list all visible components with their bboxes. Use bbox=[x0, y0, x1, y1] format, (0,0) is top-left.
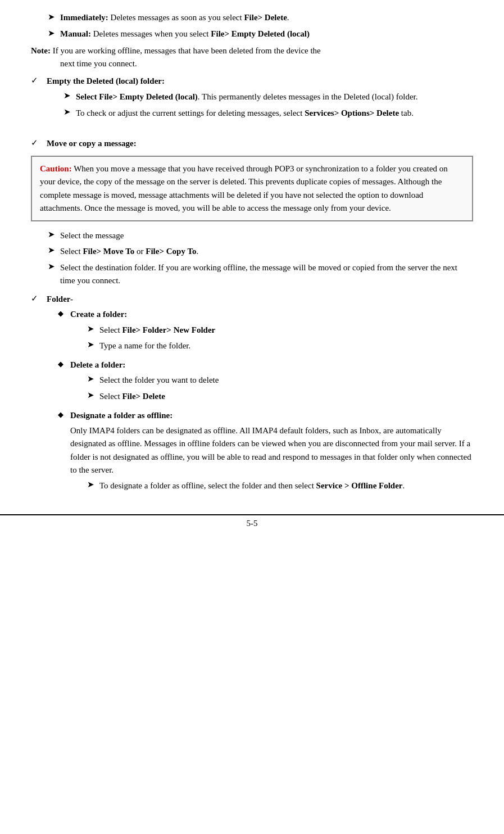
immediately-label: Immediately: bbox=[60, 13, 108, 22]
note-text: If you are working offline, messages tha… bbox=[51, 46, 321, 55]
arrow-icon: ➤ bbox=[87, 479, 99, 489]
diamond-icon: ◆ bbox=[58, 309, 70, 318]
checkmark-icon: ✓ bbox=[31, 75, 47, 85]
folder-item: ✓ Folder- ◆ Create a folder: ➤ Select Fi… bbox=[31, 293, 473, 498]
designate-sub-text: To designate a folder as offline, select… bbox=[99, 481, 316, 490]
arrow-icon: ➤ bbox=[87, 339, 99, 350]
arrow-icon: ➤ bbox=[48, 28, 60, 38]
create-folder-item: ◆ Create a folder: ➤ Select File> Folder… bbox=[47, 308, 473, 355]
empty-sub2-end: tab. bbox=[399, 108, 414, 117]
arrow-icon: ➤ bbox=[48, 261, 60, 271]
move-sub2-end: . bbox=[197, 247, 199, 256]
create-sub1: ➤ Select File> Folder> New Folder bbox=[70, 324, 473, 337]
create-sub2-text: Type a name for the folder. bbox=[99, 339, 473, 352]
designate-sub-bold: Service > Offline Folder bbox=[316, 481, 403, 490]
delete-folder-item: ◆ Delete a folder: ➤ Select the folder y… bbox=[47, 359, 473, 406]
caution-body: When you move a message that you have re… bbox=[40, 164, 448, 212]
move-sub2-bold1: File> Move To bbox=[83, 247, 134, 256]
delete-sub1: ➤ Select the folder you want to delete bbox=[70, 374, 473, 387]
delete-folder-content: Delete a folder: ➤ Select the folder you… bbox=[70, 359, 473, 406]
create-folder-content: Create a folder: ➤ Select File> Folder> … bbox=[70, 308, 473, 355]
designate-folder-item: ◆ Designate a folder as offline: Only IM… bbox=[47, 409, 473, 496]
empty-sub2-text: To check or adjust the current settings … bbox=[76, 108, 305, 117]
folder-content: Folder- ◆ Create a folder: ➤ Select File… bbox=[47, 293, 473, 498]
manual-label: Manual: bbox=[60, 29, 91, 38]
create-folder-label: Create a folder: bbox=[70, 310, 127, 319]
empty-sub1-bold: Select File> Empty Deleted (local) bbox=[76, 92, 198, 101]
manual-content: Manual: Deletes messages when you select… bbox=[60, 28, 473, 40]
move-sub3-content: Select the destination folder. If you ar… bbox=[60, 261, 473, 288]
caution-label: Caution: bbox=[40, 164, 72, 173]
manual-text: Deletes messages when you select bbox=[91, 29, 211, 38]
create-sub1-content: Select File> Folder> New Folder bbox=[99, 324, 473, 337]
arrow-icon: ➤ bbox=[87, 374, 99, 384]
empty-sub2-bold: Services> Options> Delete bbox=[305, 108, 399, 117]
move-sub3-text: Select the destination folder. If you ar… bbox=[60, 261, 473, 288]
delete-sub1-content: Select the folder you want to delete bbox=[99, 374, 473, 387]
designate-text: Only IMAP4 folders can be designated as … bbox=[70, 424, 473, 477]
manual-item: ➤ Manual: Deletes messages when you sele… bbox=[31, 28, 473, 40]
diamond-icon: ◆ bbox=[58, 360, 70, 369]
note-label: Note: bbox=[31, 46, 51, 55]
delete-folder-label: Delete a folder: bbox=[70, 360, 125, 369]
move-copy-content: Move or copy a message: bbox=[47, 137, 473, 150]
arrow-icon: ➤ bbox=[63, 107, 76, 117]
immediately-text: Deletes messages as soon as you select bbox=[108, 13, 244, 22]
checkmark-icon: ✓ bbox=[31, 138, 47, 148]
designate-sub-content: To designate a folder as offline, select… bbox=[99, 479, 473, 492]
delete-sub2: ➤ Select File> Delete bbox=[70, 390, 473, 403]
designate-label: Designate a folder as offline: bbox=[70, 411, 172, 420]
empty-sub1: ➤ Select File> Empty Deleted (local). Th… bbox=[47, 90, 473, 103]
arrow-icon: ➤ bbox=[63, 90, 76, 101]
diamond-icon: ◆ bbox=[58, 410, 70, 419]
move-sub2-mid: or bbox=[134, 247, 146, 256]
empty-deleted-item: ✓ Empty the Deleted (local) folder: ➤ Se… bbox=[31, 75, 473, 123]
empty-sub2: ➤ To check or adjust the current setting… bbox=[47, 107, 473, 120]
arrow-icon: ➤ bbox=[87, 324, 99, 334]
move-sub2-bold2: File> Copy To bbox=[146, 247, 196, 256]
move-sub2-content: Select File> Move To or File> Copy To. bbox=[60, 245, 473, 258]
empty-deleted-content: Empty the Deleted (local) folder: ➤ Sele… bbox=[47, 75, 473, 123]
page-content: ➤ Immediately: Deletes messages as soon … bbox=[0, 6, 504, 514]
manual-bold: File> Empty Deleted (local) bbox=[211, 29, 310, 38]
create-sub1-prefix: Select bbox=[99, 325, 122, 334]
folder-label: Folder- bbox=[47, 294, 73, 303]
caution-text: Caution: When you move a message that yo… bbox=[40, 162, 464, 215]
empty-sub1-text: . This permanently deletes messages in t… bbox=[198, 92, 418, 101]
checkmark-icon: ✓ bbox=[31, 293, 47, 303]
note-text2: next time you connect. bbox=[31, 57, 473, 70]
delete-sub2-prefix: Select bbox=[99, 392, 122, 401]
arrow-icon: ➤ bbox=[48, 245, 60, 255]
empty-sub2-content: To check or adjust the current settings … bbox=[76, 107, 473, 120]
designate-folder-content: Designate a folder as offline: Only IMAP… bbox=[70, 409, 473, 496]
arrow-icon: ➤ bbox=[48, 229, 60, 239]
immediately-content: Immediately: Deletes messages as soon as… bbox=[60, 11, 473, 24]
move-sub3: ➤ Select the destination folder. If you … bbox=[31, 261, 473, 288]
designate-sub-end: . bbox=[403, 481, 405, 490]
move-copy-label: Move or copy a message: bbox=[47, 139, 137, 148]
delete-sub1-text: Select the folder you want to delete bbox=[99, 374, 473, 387]
immediately-item: ➤ Immediately: Deletes messages as soon … bbox=[31, 11, 473, 24]
create-sub2: ➤ Type a name for the folder. bbox=[70, 339, 473, 352]
move-copy-item: ✓ Move or copy a message: bbox=[31, 137, 473, 150]
move-sub1-content: Select the message bbox=[60, 229, 473, 242]
create-sub1-bold: File> Folder> New Folder bbox=[122, 325, 215, 334]
empty-deleted-label: Empty the Deleted (local) folder: bbox=[47, 76, 165, 85]
caution-box: Caution: When you move a message that yo… bbox=[31, 156, 473, 221]
move-sub2-prefix: Select bbox=[60, 247, 83, 256]
arrow-icon: ➤ bbox=[48, 12, 60, 22]
designate-sub: ➤ To designate a folder as offline, sele… bbox=[70, 479, 473, 492]
delete-sub2-content: Select File> Delete bbox=[99, 390, 473, 403]
create-sub2-content: Type a name for the folder. bbox=[99, 339, 473, 352]
move-sub1-text: Select the message bbox=[60, 229, 473, 242]
arrow-icon: ➤ bbox=[87, 390, 99, 400]
immediately-bold: File> Delete bbox=[244, 13, 287, 22]
empty-sub1-content: Select File> Empty Deleted (local). This… bbox=[76, 90, 473, 103]
immediately-end: . bbox=[287, 13, 289, 22]
page-number: 5-5 bbox=[247, 519, 258, 528]
move-sub2: ➤ Select File> Move To or File> Copy To. bbox=[31, 245, 473, 258]
page-footer: 5-5 bbox=[0, 514, 504, 531]
move-sub1: ➤ Select the message bbox=[31, 229, 473, 242]
note-item: Note: If you are working offline, messag… bbox=[31, 44, 473, 71]
delete-sub2-bold: File> Delete bbox=[122, 392, 165, 401]
